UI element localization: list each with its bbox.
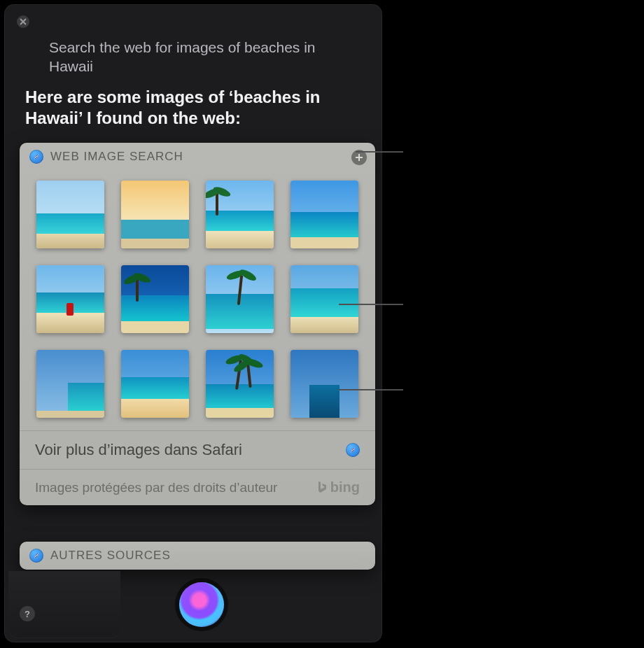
image-result[interactable] bbox=[121, 350, 189, 418]
siri-response-text: Here are some images of ‘beaches in Hawa… bbox=[25, 87, 361, 129]
safari-icon bbox=[346, 443, 360, 457]
image-result[interactable] bbox=[121, 181, 189, 248]
callout-line bbox=[356, 151, 403, 152]
card-title: AUTRES SOURCES bbox=[50, 549, 171, 563]
image-results-grid bbox=[20, 171, 375, 430]
image-result[interactable] bbox=[290, 181, 358, 248]
image-result[interactable] bbox=[121, 265, 189, 333]
card-header: AUTRES SOURCES bbox=[20, 542, 375, 570]
see-more-label: Voir plus d’images dans Safari bbox=[35, 441, 242, 459]
image-result[interactable] bbox=[206, 350, 274, 418]
siri-panel: Search the web for images of beaches in … bbox=[4, 4, 382, 642]
bing-icon bbox=[316, 481, 328, 495]
card-title: WEB IMAGE SEARCH bbox=[50, 150, 183, 164]
close-icon bbox=[20, 18, 27, 25]
safari-icon bbox=[29, 549, 43, 563]
other-sources-card[interactable]: AUTRES SOURCES bbox=[20, 542, 375, 570]
help-button[interactable]: ? bbox=[20, 606, 35, 621]
siri-orb-button[interactable] bbox=[179, 582, 224, 627]
bing-label: bing bbox=[330, 479, 360, 495]
copyright-text: Images protégées par des droits d’auteur bbox=[35, 480, 277, 495]
image-result[interactable] bbox=[290, 350, 358, 418]
plus-icon bbox=[355, 153, 363, 162]
callout-line bbox=[339, 389, 403, 390]
image-result[interactable] bbox=[36, 350, 104, 418]
image-result[interactable] bbox=[206, 181, 274, 248]
web-image-search-card: WEB IMAGE SEARCH Voir plus d’images dans… bbox=[20, 143, 375, 505]
add-to-notification-center-button[interactable] bbox=[351, 150, 367, 165]
safari-icon bbox=[29, 150, 43, 164]
see-more-in-safari-row[interactable]: Voir plus d’images dans Safari bbox=[20, 430, 375, 469]
image-result[interactable] bbox=[206, 265, 274, 333]
image-result[interactable] bbox=[36, 181, 104, 248]
siri-bottom-bar: ? bbox=[8, 571, 120, 638]
image-result[interactable] bbox=[290, 265, 358, 333]
card-header: WEB IMAGE SEARCH bbox=[20, 143, 375, 171]
image-result[interactable] bbox=[36, 265, 104, 333]
callout-line bbox=[339, 304, 403, 304]
bing-attribution: bing bbox=[316, 479, 360, 495]
close-button[interactable] bbox=[17, 15, 29, 28]
user-query-text: Search the web for images of beaches in … bbox=[49, 38, 340, 76]
copyright-row: Images protégées par des droits d’auteur… bbox=[20, 469, 375, 505]
